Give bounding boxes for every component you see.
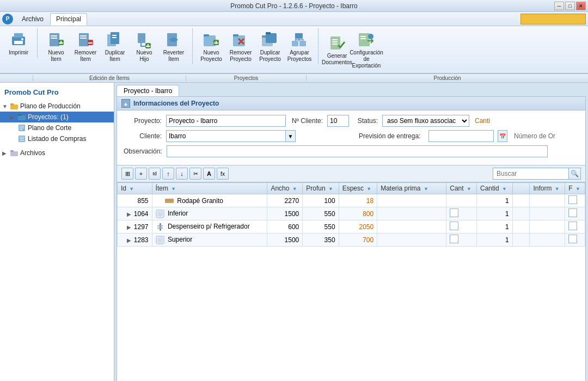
toolbar-labels-row: Edición de Ítems Proyectos Producción <box>0 73 588 83</box>
filter-item-icon[interactable]: ▼ <box>171 186 176 192</box>
grid-btn-scissors[interactable]: ✂ <box>189 168 201 180</box>
cell-cantid-1064: 1 <box>477 207 513 220</box>
filter-cant-icon[interactable]: ▼ <box>467 186 471 192</box>
sidebar-item-plano-produccion[interactable]: ▼ Plano de Producción <box>0 101 114 112</box>
col-header-ancho: Ancho ▼ <box>267 183 303 194</box>
expand-btn-1064[interactable]: ▶ <box>127 211 131 217</box>
cell-cant-1283[interactable] <box>446 233 477 247</box>
cell-cant-1064[interactable] <box>446 207 477 220</box>
toolbar-group-production: Generar Documentos Configuración de Expo… <box>323 28 381 71</box>
checkbox-cant-1297[interactable] <box>450 222 458 230</box>
proyecto-input[interactable] <box>166 115 286 127</box>
toolbar-generar-docs-button[interactable]: Generar Documentos <box>323 28 351 71</box>
grid-search-button[interactable]: 🔍 <box>569 168 581 180</box>
filter-inform-icon[interactable]: ▼ <box>555 186 560 192</box>
cliente-input-group: ▼ <box>166 130 296 142</box>
expand-btn-1283[interactable]: ▶ <box>127 237 131 243</box>
sidebar-item-archivos[interactable]: ▶ Archivos <box>0 148 114 158</box>
toolbar-reverter-item-button[interactable]: Reverter Ítem <box>160 28 188 64</box>
component-icon2 <box>156 236 164 244</box>
checkbox-855[interactable] <box>568 195 577 204</box>
table-row[interactable]: ▶ 1283 Superior 1500 35 <box>118 233 585 247</box>
observacion-input[interactable] <box>167 145 548 157</box>
generar-docs-label: Generar Documentos <box>322 53 352 66</box>
sidebar-item-plano-corte[interactable]: Plano de Corte <box>0 122 114 133</box>
checkbox-cant-1064[interactable] <box>450 208 458 217</box>
svg-rect-19 <box>138 33 145 43</box>
filter-profun-icon[interactable]: ▼ <box>328 186 333 192</box>
table-row[interactable]: ▶ 1064 Inferior 1500 55 <box>118 207 585 220</box>
content-area: Proyecto - Ibarro ▲ Informaciones del Pr… <box>114 83 588 381</box>
component-icon <box>156 210 164 218</box>
filter-f-icon[interactable]: ▼ <box>575 186 580 192</box>
checkbox-1297[interactable] <box>568 222 577 230</box>
sidebar-item-listado-compras[interactable]: Listado de Compras <box>0 133 114 144</box>
sidebar-item-proyectos[interactable]: ▶ Proyectos: (1) <box>0 112 114 122</box>
toolbar-agrupar-proyectos-button[interactable]: Agrupar Proyectos <box>285 28 314 64</box>
svg-rect-71 <box>157 225 163 226</box>
cliente-dropdown-button[interactable]: ▼ <box>286 130 296 142</box>
cliente-input[interactable] <box>166 130 286 142</box>
toolbar-export-config-button[interactable]: Configuración de Exportación <box>352 28 381 71</box>
app-logo: P <box>2 14 13 24</box>
svg-rect-9 <box>59 42 63 44</box>
grid-btn-down[interactable]: ↓ <box>176 168 188 180</box>
calendar-button[interactable]: 📅 <box>498 130 507 142</box>
prev-entrega-input[interactable] <box>428 130 494 142</box>
table-row[interactable]: ▶ 1297 Despenseiro p/ Refrigerador <box>118 220 585 233</box>
toolbar-wrapper: Imprimir Nuevo Ítem <box>0 26 588 83</box>
checkbox-1064[interactable] <box>568 208 577 217</box>
toolbar-nuevo-proyecto-button[interactable]: Nuevo Proyecto <box>197 28 225 64</box>
tab-proyecto-ibarro[interactable]: Proyecto - Ibarro <box>117 85 179 96</box>
minimize-button[interactable]: ─ <box>554 2 564 10</box>
collapse-button[interactable]: ▲ <box>121 99 130 108</box>
menu-archivo[interactable]: Archivo <box>16 14 49 24</box>
cell-f-1064[interactable] <box>565 207 585 220</box>
form-row-proyecto: Proyecto: Nº Cliente: Status: aso Sem fl… <box>124 115 579 127</box>
form-row-observacion: Observación: <box>124 145 579 157</box>
checkbox-cant-1283[interactable] <box>450 235 458 243</box>
expand-icon-plano: ▼ <box>2 103 10 109</box>
cell-inform-1064 <box>530 207 565 220</box>
toolbar-remover-item-button[interactable]: Remover Ítem <box>71 28 100 64</box>
toolbar-duplicar-proyecto-button[interactable]: Duplicar Proyecto <box>256 28 284 64</box>
toolbar-print-button[interactable]: Imprimir <box>4 28 33 58</box>
restore-button[interactable]: □ <box>565 2 575 10</box>
cell-inform-855 <box>530 194 565 207</box>
checkbox-1283[interactable] <box>568 235 577 243</box>
grid-btn-id[interactable]: Id <box>149 168 161 180</box>
col-header-inform: Inform ▼ <box>530 183 565 194</box>
cell-f-855[interactable] <box>565 194 585 207</box>
menu-principal[interactable]: Principal <box>50 13 87 26</box>
toolbar-nuevo-hijo-button[interactable]: Nuevo Hijo <box>130 28 158 64</box>
toolbar-duplicar-item-button[interactable]: Duplicar Ítem <box>101 28 129 64</box>
cell-f-1283[interactable] <box>565 233 585 247</box>
no-cliente-input[interactable] <box>327 115 349 127</box>
filter-espesc-icon[interactable]: ▼ <box>366 186 371 192</box>
plano-corte-label: Plano de Corte <box>28 124 71 132</box>
toolbar-remover-proyecto-button[interactable]: Remover Proyecto <box>226 28 255 64</box>
grid-search-input[interactable] <box>493 168 569 180</box>
top-search-input[interactable] <box>520 14 586 24</box>
cell-espesc-1297: 2050 <box>339 220 377 233</box>
grid-btn-fx[interactable]: fx <box>217 168 229 180</box>
grid-btn-add[interactable]: + <box>135 168 147 180</box>
group-label-projects: Proyectos <box>186 75 306 81</box>
filter-id-icon[interactable]: ▼ <box>129 186 134 192</box>
toolbar-nuevo-item-button[interactable]: Nuevo Ítem <box>42 28 70 64</box>
col-header-profun: Profun ▼ <box>303 183 339 194</box>
filter-ancho-icon[interactable]: ▼ <box>292 186 297 192</box>
filter-materia-icon[interactable]: ▼ <box>424 186 428 192</box>
grid-btn-grid[interactable]: ⊞ <box>121 168 133 180</box>
table-row[interactable]: 855 Rodapé Granito 2270 100 <box>118 194 585 207</box>
close-button[interactable]: ✕ <box>576 2 586 10</box>
cell-f-1297[interactable] <box>565 220 585 233</box>
expand-btn-1297[interactable]: ▶ <box>127 224 131 230</box>
filter-cantid-icon[interactable]: ▼ <box>502 186 507 192</box>
duplicar-proyecto-label: Duplicar Proyecto <box>258 50 283 63</box>
grid-btn-a[interactable]: A <box>203 168 215 180</box>
cell-cant-1297[interactable] <box>446 220 477 233</box>
grid-btn-up[interactable]: ↑ <box>162 168 174 180</box>
svg-rect-44 <box>332 41 338 42</box>
status-select[interactable]: aso Sem fluxo associac <box>382 115 469 127</box>
